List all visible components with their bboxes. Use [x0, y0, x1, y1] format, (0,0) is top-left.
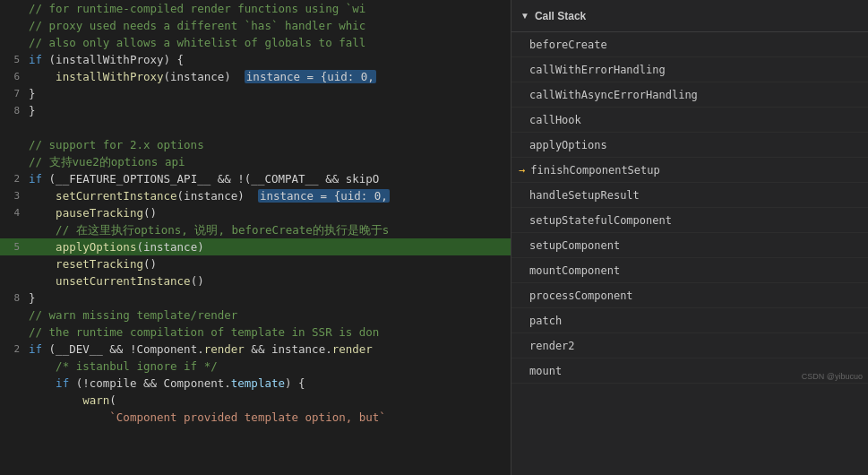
code-line [0, 119, 511, 136]
callstack-item-callwitherrorhandling[interactable]: callWithErrorHandling [511, 57, 868, 82]
callstack-item-callhook[interactable]: callHook [511, 108, 868, 133]
callstack-item-label: finishComponentSetup [530, 164, 660, 177]
line-content: if (!compile && Component.template) { [25, 375, 511, 392]
code-line: // 支持vue2的options api [0, 153, 511, 170]
line-content: // support for 2.x options [25, 136, 511, 153]
callstack-item-label: applyOptions [529, 139, 607, 151]
code-line: unsetCurrentInstance() [0, 272, 511, 289]
code-line: 8 } [0, 289, 511, 307]
line-content: applyOptions(instance) [25, 238, 511, 255]
code-line: // for runtime-compiled render functions… [0, 0, 511, 17]
line-number: 7 [0, 85, 25, 102]
code-line: /* istanbul ignore if */ [0, 358, 511, 375]
line-number: 2 [0, 341, 25, 358]
line-number [0, 375, 25, 392]
callstack-item-label: handleSetupResult [529, 189, 640, 202]
callstack-item-label: callWithAsyncErrorHandling [529, 89, 698, 101]
collapse-arrow-icon[interactable]: ▼ [520, 11, 529, 21]
callstack-item-mountcomponent[interactable]: mountComponent [511, 258, 868, 283]
callstack-item-mount[interactable]: mount CSDN @yibucuo [511, 358, 868, 384]
code-editor: // for runtime-compiled render functions… [0, 0, 511, 475]
callstack-item-label: callWithErrorHandling [529, 64, 666, 76]
line-content: warn( [25, 392, 511, 409]
callstack-title: Call Stack [535, 10, 586, 22]
code-line: 8 } [0, 102, 511, 119]
line-content: installWithProxy(instance) instance = {u… [25, 68, 511, 85]
watermark: CSDN @yibucuo [802, 372, 863, 381]
line-number [0, 119, 25, 136]
line-number [0, 324, 25, 341]
callstack-panel: ▼ Call Stack beforeCreate callWithErrorH… [511, 0, 868, 475]
line-content: if (installWithProxy) { [25, 51, 511, 68]
line-number: 6 [0, 68, 25, 85]
callstack-item-setupcomponent[interactable]: setupComponent [511, 233, 868, 258]
code-line: resetTracking() [0, 255, 511, 272]
code-line-active: 5 applyOptions(instance) [0, 238, 511, 255]
code-line: 5 if (installWithProxy) { [0, 51, 511, 68]
line-number [0, 0, 25, 17]
code-line: `Component provided template option, but… [0, 409, 511, 426]
code-line: // warn missing template/render [0, 307, 511, 324]
line-number [0, 34, 25, 51]
line-content: } [25, 85, 511, 102]
callstack-item-label: render2 [529, 340, 575, 352]
line-number: 8 [0, 102, 25, 119]
callstack-item-patch[interactable]: patch [511, 308, 868, 333]
code-line: 3 setCurrentInstance(instance) instance … [0, 187, 511, 204]
callstack-item-label: patch [529, 315, 562, 327]
line-number [0, 255, 25, 272]
line-content: } [25, 102, 511, 119]
line-content: } [25, 289, 511, 307]
line-number [0, 358, 25, 375]
code-line: 2 if (__FEATURE_OPTIONS_API__ && !(__COM… [0, 170, 511, 187]
line-number [0, 392, 25, 409]
line-number [0, 221, 25, 238]
callstack-item-render2[interactable]: render2 [511, 333, 868, 358]
callstack-item-beforecreate[interactable]: beforeCreate [511, 32, 868, 57]
line-content: if (__DEV__ && !Component.render && inst… [25, 341, 511, 358]
line-number: 5 [0, 51, 25, 68]
code-line: // also only allows a whitelist of globa… [0, 34, 511, 51]
callstack-item-processcomponent[interactable]: processComponent [511, 283, 868, 308]
active-arrow-icon: → [519, 164, 525, 177]
callstack-item-label: setupComponent [529, 239, 620, 252]
line-content [25, 119, 511, 136]
callstack-item-finishcomponentsetup[interactable]: → finishComponentSetup [511, 158, 868, 183]
line-content: // proxy used needs a different `has` ha… [25, 17, 511, 34]
line-content: unsetCurrentInstance() [25, 272, 511, 289]
code-line: 6 installWithProxy(instance) instance = … [0, 68, 511, 85]
line-number [0, 153, 25, 170]
callstack-item-label: setupStatefulComponent [529, 214, 672, 227]
line-content: setCurrentInstance(instance) instance = … [25, 187, 511, 204]
line-content: `Component provided template option, but… [25, 409, 511, 426]
line-content: if (__FEATURE_OPTIONS_API__ && !(__COMPA… [25, 170, 511, 187]
callstack-item-setupstatefulcomponent[interactable]: setupStatefulComponent [511, 208, 868, 233]
code-area: // for runtime-compiled render functions… [0, 0, 511, 475]
line-number: 4 [0, 204, 25, 221]
line-number [0, 409, 25, 426]
code-line: // support for 2.x options [0, 136, 511, 153]
line-number [0, 307, 25, 324]
line-number [0, 17, 25, 34]
callstack-item-label: processComponent [529, 289, 633, 302]
code-line: warn( [0, 392, 511, 409]
line-content: // 在这里执行options, 说明, beforeCreate的执行是晚于s [25, 221, 511, 238]
code-line: 7 } [0, 85, 511, 102]
callstack-header: ▼ Call Stack [511, 0, 868, 32]
line-number [0, 136, 25, 153]
line-number: 3 [0, 187, 25, 204]
code-line: // proxy used needs a different `has` ha… [0, 17, 511, 34]
line-content: // for runtime-compiled render functions… [25, 0, 511, 17]
line-content: // warn missing template/render [25, 307, 511, 324]
line-number: 2 [0, 170, 25, 187]
line-number: 5 [0, 238, 25, 255]
line-content: // the runtime compilation of template i… [25, 324, 511, 341]
line-number [0, 272, 25, 289]
code-line: // the runtime compilation of template i… [0, 324, 511, 341]
callstack-item-label: callHook [529, 114, 581, 126]
callstack-item-callwithasyncerrorhandling[interactable]: callWithAsyncErrorHandling [511, 82, 868, 108]
callstack-item-applyoptions[interactable]: applyOptions [511, 133, 868, 158]
line-content: pauseTracking() [25, 204, 511, 221]
line-content: // 支持vue2的options api [25, 153, 511, 170]
callstack-item-handlesetupresult[interactable]: handleSetupResult [511, 183, 868, 208]
